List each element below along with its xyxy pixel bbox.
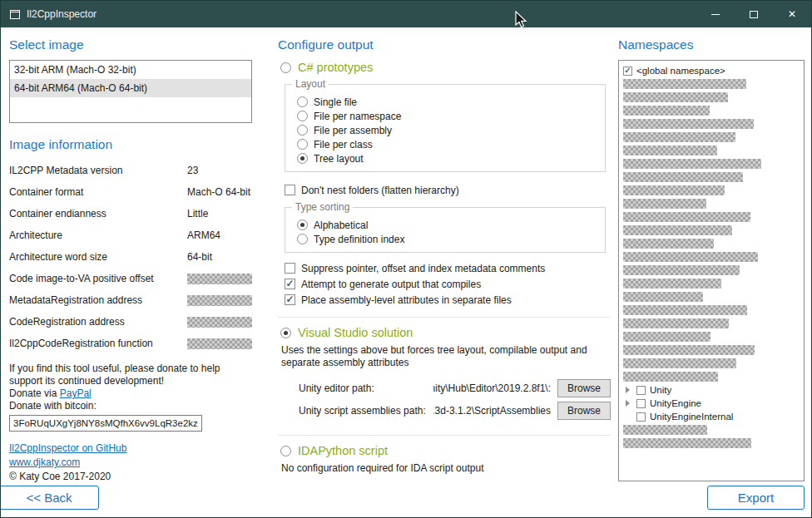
namespace-item[interactable] [623,117,804,131]
namespaces-heading: Namespaces [618,27,805,52]
website-link[interactable]: www.djkaty.com [9,456,80,468]
redacted-namespace [623,146,717,155]
image-list-item[interactable]: 64-bit ARM64 (Mach-O 64-bit) [10,79,251,97]
namespace-item[interactable] [623,423,804,437]
namespace-item[interactable] [623,131,804,144]
namespace-item[interactable]: UnityEngine [623,397,804,410]
namespace-label: UnityEngineInternal [650,412,733,422]
info-label: MetadataRegistration address [9,294,187,306]
image-list-item[interactable]: 32-bit ARM (Mach-O 32-bit) [10,61,251,79]
window-controls [696,1,811,27]
path-field-row: Unity editor path::\Unity\Hub\Editor\201… [278,377,611,399]
namespace-item[interactable] [623,370,804,383]
radio-label: File per namespace [314,111,401,122]
info-label: Code image-to-VA positive offset [9,273,187,284]
namespace-checkbox[interactable] [636,386,646,395]
github-link[interactable]: Il2CppInspector on GitHub [9,442,126,454]
namespace-item[interactable] [623,357,804,370]
namespace-item[interactable] [623,144,804,157]
namespace-item[interactable] [623,277,804,290]
layout-option[interactable]: File per assembly [297,123,595,137]
info-value: ARM64 [187,229,220,241]
configure-panel: Configure output C# prototypes Layout Si… [278,27,611,517]
layout-group: Layout Single fileFile per namespaceFile… [285,84,606,172]
namespace-item[interactable] [623,224,804,237]
namespace-item[interactable] [623,317,804,330]
namespace-item[interactable] [623,264,804,277]
image-info-row: CodeRegistration address [9,311,252,333]
csharp-prototypes-radio[interactable]: C# prototypes [280,61,611,74]
namespace-item[interactable]: UnityEngineInternal [623,410,804,423]
namespace-item[interactable] [623,290,804,303]
minimize-button[interactable] [696,1,735,27]
redacted-namespace [623,372,718,382]
layout-option[interactable]: Tree layout [297,151,595,165]
export-button[interactable]: Export [707,486,805,510]
image-info-row: Code image-to-VA positive offset [9,268,252,289]
namespace-label: <global namespace> [636,66,725,76]
browse-button[interactable]: Browse [557,379,611,397]
redacted-namespace [623,119,754,129]
maximize-button[interactable] [735,1,773,27]
close-button[interactable] [773,1,811,27]
bitcoin-label: Donate with bitcoin: [9,400,250,412]
namespace-item[interactable] [623,250,804,264]
bitcoin-address-input[interactable] [9,415,202,432]
info-label: Architecture [9,229,187,241]
type-sorting-option[interactable]: Alphabetical [297,218,595,232]
expander-icon[interactable] [623,400,632,407]
checkbox-label: Don't nest folders (flatten hierarchy) [301,185,459,196]
namespace-checkbox[interactable] [636,412,646,422]
browse-button[interactable]: Browse [557,402,611,420]
namespace-item[interactable] [623,237,804,250]
path-field-value: ate.3d-3.1.2\ScriptAssemblies [433,405,557,417]
namespace-item[interactable] [623,343,804,357]
back-button[interactable]: << Back [0,486,99,510]
type-sorting-option[interactable]: Type definition index [297,232,595,246]
namespace-item[interactable] [623,170,804,184]
info-label: Il2CppCodeRegistration function [9,338,187,349]
info-value: Mach-O 64-bit [187,186,250,198]
layout-option[interactable]: File per namespace [297,109,595,123]
layout-option[interactable]: Single file [297,95,595,109]
namespace-item[interactable] [623,104,804,117]
info-value: 64-bit [187,251,212,263]
checkbox-icon [285,185,295,195]
namespace-item[interactable] [623,184,804,197]
namespace-item[interactable] [623,437,804,450]
checkbox-icon [285,263,295,274]
image-list[interactable]: 32-bit ARM (Mach-O 32-bit)64-bit ARM64 (… [9,60,252,123]
idapython-radio[interactable]: IDAPython script [280,444,611,457]
paypal-link[interactable]: PayPal [60,387,92,399]
namespace-item[interactable] [623,197,804,210]
output-checkbox-row[interactable]: Suppress pointer, offset and index metad… [285,260,611,276]
redacted-namespace [623,318,729,328]
info-label: Container endianness [9,208,187,220]
visual-studio-radio[interactable]: Visual Studio solution [280,326,611,339]
layout-option[interactable]: File per class [297,137,595,151]
namespace-item[interactable] [623,210,804,224]
namespace-item[interactable] [623,330,804,343]
output-checkbox-row[interactable]: Place assembly-level attributes in separ… [285,292,611,308]
redacted-namespace [623,106,710,116]
namespace-label: Unity [650,385,671,395]
namespace-item[interactable]: <global namespace> [623,64,804,77]
output-checkbox-row[interactable]: Attempt to generate output that compiles [285,276,611,292]
output-checkboxes: Suppress pointer, offset and index metad… [278,260,611,308]
redacted-namespace [623,132,735,142]
namespace-checkbox[interactable] [636,399,646,408]
namespace-item[interactable] [623,157,804,170]
expander-icon[interactable] [623,387,632,393]
minimize-icon [711,14,720,15]
flatten-checkbox-row[interactable]: Don't nest folders (flatten hierarchy) [285,183,611,197]
namespaces-list[interactable]: <global namespace>UnityUnityEngineUnityE… [618,60,805,481]
radio-label: Single file [314,96,357,108]
namespace-checkbox[interactable] [623,67,632,76]
namespace-item[interactable] [623,303,804,317]
namespace-item[interactable] [623,77,804,91]
info-value: 23 [187,165,198,176]
redacted-namespace [623,239,714,249]
namespace-item[interactable] [623,91,804,104]
namespace-item[interactable]: Unity [623,383,804,397]
path-field-row: Unity script assemblies path:ate.3d-3.1.… [278,399,611,422]
